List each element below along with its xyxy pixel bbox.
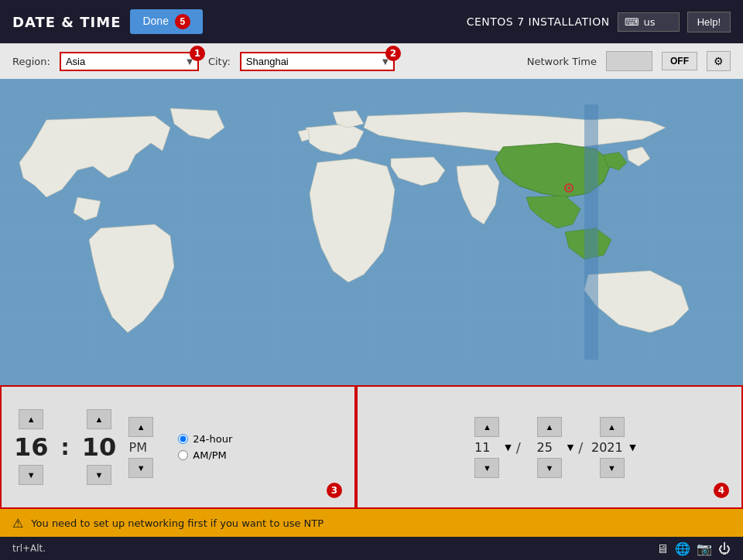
hours-up-button[interactable]: ▲ xyxy=(19,409,43,429)
network-settings-button[interactable]: ⚙ xyxy=(707,51,731,71)
region-label: Region: xyxy=(12,56,50,67)
minutes-spinner: ▲ 10 ▼ xyxy=(82,409,117,485)
month-spinner: ▲ 11 ▼ ▼ xyxy=(463,417,511,478)
svg-rect-13 xyxy=(584,104,598,360)
network-time-toggle[interactable]: OFF xyxy=(662,52,697,70)
keyboard-icon: ⌨ xyxy=(625,16,639,28)
format-ampm-label: AM/PM xyxy=(193,449,227,461)
region-select[interactable]: Asia Africa Americas Europe Pacific xyxy=(66,56,187,67)
done-button[interactable]: Done 5 xyxy=(130,9,202,34)
region-select-wrapper: Asia Africa Americas Europe Pacific ▼ 1 xyxy=(60,52,199,71)
help-button[interactable]: Help! xyxy=(687,12,731,32)
gear-icon: ⚙ xyxy=(714,55,724,67)
time-panel-badge: 3 xyxy=(327,483,342,498)
date-sep-1: / xyxy=(516,439,521,456)
month-down-button[interactable]: ▼ xyxy=(474,458,499,478)
date-sep-2: / xyxy=(578,439,583,456)
date-spinners: ▲ 11 ▼ ▼ / ▲ 25 ▼ ▼ / xyxy=(463,417,636,478)
ampm-spinner: ▲ PM ▼ xyxy=(128,417,153,478)
city-label: City: xyxy=(208,56,231,67)
hours-down-button[interactable]: ▼ xyxy=(19,465,43,485)
warning-bar: ⚠ You need to set up networking first if… xyxy=(0,509,743,537)
warning-icon: ⚠ xyxy=(12,516,23,531)
month-arrow: ▼ xyxy=(505,442,511,452)
map-area[interactable] xyxy=(0,79,743,385)
day-down-button[interactable]: ▼ xyxy=(537,458,562,478)
ampm-up-button[interactable]: ▲ xyxy=(128,417,153,437)
world-map xyxy=(0,79,743,385)
year-up-button[interactable]: ▲ xyxy=(600,417,625,437)
status-bar: trl+Alt. 🖥 🌐 📷 ⏻ xyxy=(0,537,743,560)
city-badge: 2 xyxy=(385,46,401,61)
year-arrow: ▼ xyxy=(629,442,635,452)
page-title: DATE & TIME xyxy=(12,14,121,30)
network-icon[interactable]: 🌐 xyxy=(675,541,690,556)
status-left-text: trl+Alt. xyxy=(12,543,46,554)
day-display: 25 xyxy=(526,437,564,458)
network-time-label: Network Time xyxy=(527,56,597,67)
year-display: 2021 xyxy=(587,437,626,458)
keyboard-value: us xyxy=(643,16,655,28)
format-24h-option[interactable]: 24-hour xyxy=(178,433,232,445)
day-up-button[interactable]: ▲ xyxy=(537,417,562,437)
month-display: 11 xyxy=(463,437,502,458)
minutes-up-button[interactable]: ▲ xyxy=(87,409,111,429)
screenshot-icon[interactable]: 📷 xyxy=(697,541,712,556)
network-time-input[interactable] xyxy=(606,51,652,71)
monitor-icon[interactable]: 🖥 xyxy=(656,541,669,556)
minutes-display: 10 xyxy=(82,432,117,462)
warning-text: You need to set up networking first if y… xyxy=(31,517,324,529)
header-left: DATE & TIME Done 5 xyxy=(12,9,203,34)
format-24h-label: 24-hour xyxy=(193,433,232,445)
city-select-wrapper: Shanghai Beijing Hong Kong Seoul Singapo… xyxy=(240,52,395,71)
exit-icon[interactable]: ⏻ xyxy=(718,541,731,556)
bottom-section: ▲ 16 ▼ : ▲ 10 ▼ ▲ PM ▼ 24-hour xyxy=(0,385,743,509)
time-colon: : xyxy=(61,435,70,460)
format-ampm-radio[interactable] xyxy=(178,450,188,460)
hours-spinner: ▲ 16 ▼ xyxy=(14,409,49,485)
city-select[interactable]: Shanghai Beijing Hong Kong Seoul Singapo… xyxy=(246,56,382,67)
ampm-display: PM xyxy=(129,440,147,455)
time-panel: ▲ 16 ▼ : ▲ 10 ▼ ▲ PM ▼ 24-hour xyxy=(0,385,356,509)
install-title: CENTOS 7 INSTALLATION xyxy=(467,15,610,28)
svg-point-15 xyxy=(567,186,570,190)
year-spinner: ▲ 2021 ▼ ▼ xyxy=(587,417,635,478)
status-icons: 🖥 🌐 📷 ⏻ xyxy=(656,541,731,556)
date-panel-badge: 4 xyxy=(714,483,729,498)
day-spinner: ▲ 25 ▼ ▼ xyxy=(526,417,574,478)
header-right: CENTOS 7 INSTALLATION ⌨ us Help! xyxy=(467,12,731,32)
region-badge: 1 xyxy=(190,46,205,61)
format-24h-radio[interactable] xyxy=(178,434,188,444)
keyboard-input: ⌨ us xyxy=(618,12,680,32)
header: DATE & TIME Done 5 CENTOS 7 INSTALLATION… xyxy=(0,0,743,43)
time-format-options: 24-hour AM/PM xyxy=(178,433,232,461)
month-up-button[interactable]: ▲ xyxy=(474,417,499,437)
day-arrow: ▼ xyxy=(567,442,574,452)
region-bar: Region: Asia Africa Americas Europe Paci… xyxy=(0,43,743,79)
main-container: DATE & TIME Done 5 CENTOS 7 INSTALLATION… xyxy=(0,0,743,560)
format-ampm-option[interactable]: AM/PM xyxy=(178,449,232,461)
ampm-down-button[interactable]: ▼ xyxy=(128,458,153,478)
hours-display: 16 xyxy=(14,432,49,462)
minutes-down-button[interactable]: ▼ xyxy=(87,465,111,485)
year-down-button[interactable]: ▼ xyxy=(600,458,625,478)
date-panel: ▲ 11 ▼ ▼ / ▲ 25 ▼ ▼ / xyxy=(356,385,743,509)
done-badge: 5 xyxy=(175,14,190,29)
